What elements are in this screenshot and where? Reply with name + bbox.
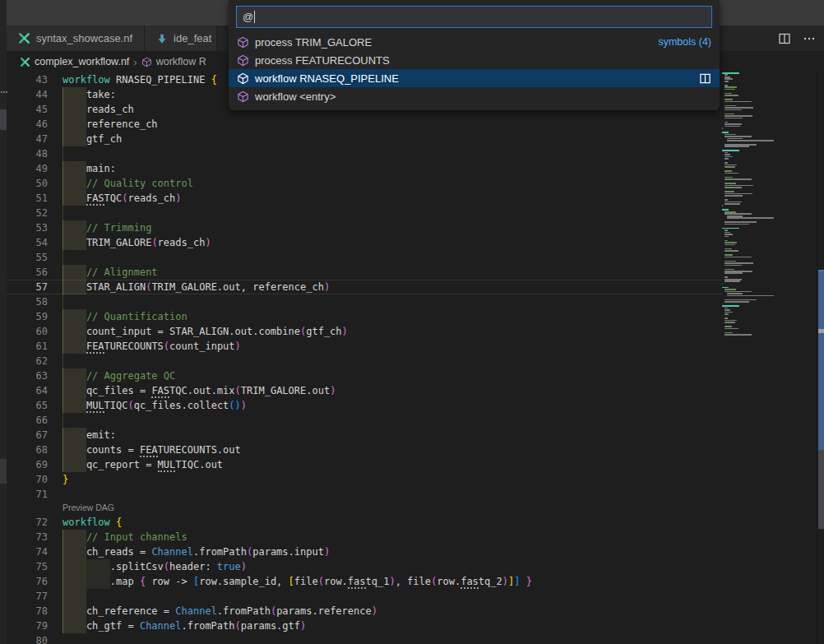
code-line[interactable]: 65 MULTIQC(qc_files.collect()) [7, 398, 722, 413]
line-number[interactable]: 73 [7, 530, 48, 544]
quick-pick-item[interactable]: process FEATURECOUNTS [229, 51, 720, 69]
line-number[interactable]: 56 [7, 265, 48, 280]
line-number[interactable]: 58 [7, 294, 48, 309]
code-line[interactable]: 79 ch_gtf = Channel.fromPath(params.gtf) [7, 619, 722, 633]
code-line[interactable]: 55 [7, 250, 722, 265]
code-line[interactable]: 76 .map { row -> [row.sample_id, [file(r… [7, 574, 722, 589]
code-line[interactable]: 73 // Input channels [7, 530, 722, 544]
code-line[interactable]: 62 [7, 354, 722, 368]
code-editor[interactable]: 43workflow RNASEQ_PIPELINE {44 take:45 r… [7, 72, 824, 644]
line-number[interactable]: 44 [7, 87, 48, 102]
line-number[interactable]: 76 [7, 574, 48, 589]
overview-ruler-scrollbar[interactable] [817, 72, 824, 644]
line-number[interactable]: 77 [7, 589, 48, 604]
line-number[interactable]: 68 [7, 442, 48, 457]
indent-guide-line [62, 294, 63, 309]
editor-actions [778, 25, 816, 51]
line-number[interactable]: 63 [7, 368, 48, 383]
code-line[interactable]: 68 counts = FEATURECOUNTS.out [7, 442, 722, 457]
code-line[interactable]: 50 // Quality control [7, 176, 722, 191]
code-text: FEATURECOUNTS(count_input) [62, 339, 241, 354]
line-number[interactable]: 79 [7, 619, 48, 633]
minimap[interactable] [722, 72, 788, 336]
line-number[interactable]: 74 [7, 544, 48, 559]
line-number[interactable]: 62 [7, 354, 48, 368]
code-line[interactable]: 51 FASTQC(reads_ch) [7, 191, 722, 206]
line-number[interactable]: 67 [7, 428, 48, 442]
code-line[interactable]: 69 qc_report = MULTIQC.out [7, 457, 722, 472]
line-number[interactable]: 43 [7, 72, 48, 87]
line-number[interactable]: 71 [7, 487, 48, 502]
code-line[interactable]: 67 emit: [7, 428, 722, 442]
line-number[interactable]: 60 [7, 324, 48, 339]
code-text: TRIM_GALORE(reads_ch) [62, 235, 211, 250]
breadcrumb-file[interactable]: complex_workflow.nf [35, 56, 129, 67]
quick-pick-item[interactable]: workflow <entry> [229, 87, 720, 105]
line-number[interactable]: 75 [7, 559, 48, 574]
code-line[interactable]: 58 [7, 294, 722, 309]
code-line[interactable]: 74 ch_reads = Channel.fromPath(params.in… [7, 544, 722, 559]
line-number[interactable]: 69 [7, 457, 48, 472]
quick-pick-item[interactable]: workflow RNASEQ_PIPELINE [229, 69, 720, 87]
code-line[interactable]: 70} [7, 472, 722, 487]
scrollbar-slider[interactable] [818, 450, 824, 529]
line-number[interactable]: 57 [7, 280, 48, 294]
line-number[interactable]: 78 [7, 604, 48, 619]
split-editor-icon[interactable] [778, 32, 791, 45]
code-line[interactable]: 48 [7, 146, 722, 161]
code-line[interactable]: 57 STAR_ALIGN(TRIM_GALORE.out, reference… [7, 280, 722, 294]
tab-ide-features[interactable]: ide_feat [145, 25, 217, 51]
code-line[interactable]: 78 ch_reference = Channel.fromPath(param… [7, 604, 722, 619]
line-number[interactable]: 59 [7, 309, 48, 324]
code-lines[interactable]: 43workflow RNASEQ_PIPELINE {44 take:45 r… [7, 72, 722, 644]
line-number[interactable]: 65 [7, 398, 48, 413]
strip-handle-lower[interactable] [0, 459, 7, 484]
codelens-preview-dag[interactable]: Preview DAG [7, 502, 722, 515]
code-line[interactable]: 75 .splitCsv(header: true) [7, 559, 722, 574]
quick-pick-input[interactable]: @ [236, 6, 712, 28]
line-number[interactable]: 46 [7, 117, 48, 132]
line-number[interactable]: 50 [7, 176, 48, 191]
breadcrumb-symbol[interactable]: workflow R [156, 56, 206, 67]
more-actions-icon[interactable] [803, 32, 816, 45]
code-line[interactable]: 64 qc_files = FASTQC.out.mix(TRIM_GALORE… [7, 383, 722, 398]
code-line[interactable]: 56 // Alignment [7, 265, 722, 280]
line-number[interactable]: 49 [7, 161, 48, 176]
code-line[interactable]: 72workflow { [7, 515, 722, 530]
line-number[interactable]: 72 [7, 515, 48, 530]
line-number[interactable]: 47 [7, 132, 48, 146]
line-number[interactable]: 51 [7, 191, 48, 206]
code-line[interactable]: 77 [7, 589, 722, 604]
line-number[interactable]: 45 [7, 102, 48, 117]
code-line[interactable]: 80 [7, 633, 722, 644]
open-to-side-icon[interactable] [699, 72, 711, 85]
quick-pick-item-label: process FEATURECOUNTS [255, 54, 390, 67]
symbol-cube-icon [141, 57, 152, 67]
line-number[interactable]: 55 [7, 250, 48, 265]
line-number[interactable]: 53 [7, 220, 48, 235]
code-line[interactable]: 47 gtf_ch [7, 132, 722, 146]
code-line[interactable]: 52 [7, 206, 722, 220]
quick-pick-item[interactable]: process TRIM_GALOREsymbols (4) [229, 33, 720, 51]
line-number[interactable]: 54 [7, 235, 48, 250]
code-line[interactable]: 59 // Quantification [7, 309, 722, 324]
code-line[interactable]: 53 // Trimming [7, 220, 722, 235]
strip-handle[interactable] [0, 109, 7, 130]
line-number[interactable]: 48 [7, 146, 48, 161]
code-line[interactable]: 46 reference_ch [7, 117, 722, 132]
line-number[interactable]: 70 [7, 472, 48, 487]
code-line[interactable]: 60 count_input = STAR_ALIGN.out.combine(… [7, 324, 722, 339]
line-number[interactable]: 80 [7, 633, 48, 644]
tab-syntax-showcase[interactable]: syntax_showcase.nf [7, 25, 145, 51]
code-line[interactable]: 61 FEATURECOUNTS(count_input) [7, 339, 722, 354]
line-number[interactable]: 52 [7, 206, 48, 220]
code-line[interactable]: 54 TRIM_GALORE(reads_ch) [7, 235, 722, 250]
code-text: qc_report = MULTIQC.out [62, 457, 223, 472]
line-number[interactable]: 64 [7, 383, 48, 398]
line-number[interactable]: 61 [7, 339, 48, 354]
code-line[interactable]: 71 [7, 487, 722, 502]
code-line[interactable]: 66 [7, 413, 722, 428]
line-number[interactable]: 66 [7, 413, 48, 428]
code-line[interactable]: 63 // Aggregate QC [7, 368, 722, 383]
code-line[interactable]: 49 main: [7, 161, 722, 176]
